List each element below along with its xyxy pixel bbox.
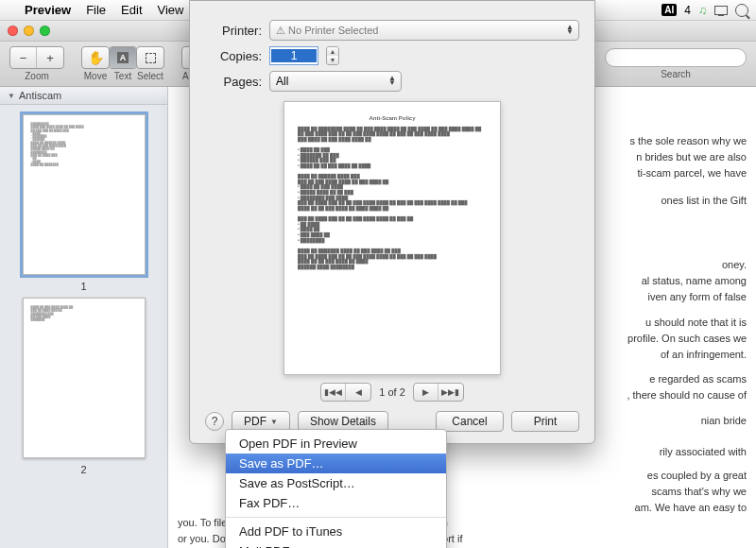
zoom-window-button[interactable] bbox=[40, 26, 50, 36]
next-page-button[interactable]: ▶ bbox=[414, 384, 438, 401]
copies-stepper[interactable]: ▲▼ bbox=[326, 46, 339, 65]
menu-separator bbox=[226, 517, 446, 518]
pdf-menu-item[interactable]: Open PDF in Preview bbox=[226, 434, 446, 454]
select-label: Select bbox=[137, 71, 163, 81]
first-page-button[interactable]: ▮◀◀ bbox=[321, 384, 346, 401]
menu-file[interactable]: File bbox=[78, 3, 113, 17]
zoom-in-button[interactable]: + bbox=[37, 47, 63, 68]
page-indicator: 1 of 2 bbox=[379, 386, 405, 398]
page-number-2: 2 bbox=[80, 464, 86, 475]
text-label: Text bbox=[114, 71, 131, 81]
preview-nav-next[interactable]: ▶ ▶▶▮ bbox=[413, 383, 464, 402]
zoom-out-button[interactable]: − bbox=[10, 47, 37, 68]
search-label: Search bbox=[661, 69, 691, 79]
pages-select[interactable]: All ▲▼ bbox=[269, 71, 402, 92]
pdf-menu-item[interactable]: Save as PDF… bbox=[226, 454, 446, 473]
copies-input[interactable]: 1 bbox=[269, 46, 318, 65]
stepper-down-icon[interactable]: ▼ bbox=[327, 56, 338, 64]
copies-label: Copies: bbox=[205, 49, 262, 63]
menu-view[interactable]: View bbox=[150, 3, 192, 17]
prev-page-button[interactable]: ◀ bbox=[346, 384, 370, 401]
last-page-button[interactable]: ▶▶▮ bbox=[438, 384, 463, 401]
cancel-button[interactable]: Cancel bbox=[436, 411, 504, 432]
menu-app[interactable]: Preview bbox=[17, 3, 78, 17]
thumbnail-sidebar: ▼ Antiscam █████████████ ███ ████ ████ █… bbox=[0, 87, 168, 548]
pdf-dropdown-menu: Open PDF in PreviewSave as PDF…Save as P… bbox=[225, 429, 447, 548]
print-dialog: Printer: ⚠︎ No Printer Selected ▲▼ Copie… bbox=[189, 0, 595, 444]
pdf-button-label: PDF bbox=[244, 415, 266, 428]
printer-label: Printer: bbox=[205, 24, 262, 38]
close-window-button[interactable] bbox=[8, 26, 18, 36]
select-arrows-icon: ▲▼ bbox=[566, 26, 573, 35]
select-tool-button[interactable] bbox=[137, 47, 163, 68]
tray-number: 4 bbox=[684, 4, 691, 17]
sidebar-header: ▼ Antiscam bbox=[0, 87, 167, 105]
pdf-menu-item[interactable]: Add PDF to iTunes bbox=[226, 522, 446, 541]
pages-label: Pages: bbox=[205, 75, 262, 89]
sidebar-title: Antiscam bbox=[19, 90, 61, 101]
preview-title: Anti-Scam Policy bbox=[298, 115, 487, 123]
zoom-label: Zoom bbox=[25, 71, 49, 81]
disclosure-triangle-icon[interactable]: ▼ bbox=[8, 92, 15, 100]
print-button[interactable]: Print bbox=[511, 411, 579, 432]
dropdown-arrow-icon: ▼ bbox=[270, 418, 278, 426]
pages-value: All bbox=[276, 75, 288, 88]
menu-edit[interactable]: Edit bbox=[113, 3, 149, 17]
preview-nav-prev[interactable]: ▮◀◀ ◀ bbox=[320, 383, 371, 402]
page-number-1: 1 bbox=[80, 281, 86, 292]
printer-value: ⚠︎ No Printer Selected bbox=[276, 25, 378, 37]
pdf-menu-item[interactable]: Save as PostScript… bbox=[226, 473, 446, 493]
stepper-up-icon[interactable]: ▲ bbox=[327, 47, 338, 56]
menubar-tray: AI 4 ♫ bbox=[662, 4, 748, 17]
move-label: Move bbox=[84, 71, 107, 81]
spotlight-icon[interactable] bbox=[735, 4, 748, 17]
itunes-icon[interactable]: ♫ bbox=[698, 4, 707, 17]
pdf-menu-item[interactable]: Fax PDF… bbox=[226, 493, 446, 513]
printer-select[interactable]: ⚠︎ No Printer Selected ▲▼ bbox=[269, 20, 579, 41]
print-preview: Anti-Scam Policy ████ ██ ████████ ████ █… bbox=[284, 101, 501, 402]
display-icon[interactable] bbox=[714, 6, 728, 15]
zoom-control[interactable]: − + bbox=[9, 46, 64, 69]
search-input[interactable] bbox=[605, 48, 747, 67]
minimize-window-button[interactable] bbox=[24, 26, 34, 36]
text-tool-button[interactable]: A bbox=[110, 47, 136, 68]
preview-page: Anti-Scam Policy ████ ██ ████████ ████ █… bbox=[284, 101, 501, 375]
adobe-icon[interactable]: AI bbox=[662, 4, 677, 16]
help-button[interactable]: ? bbox=[205, 412, 224, 431]
page-thumbnail-1[interactable]: █████████████ ███ ████ ████ ██ ███ █████… bbox=[23, 114, 146, 275]
copies-value: 1 bbox=[271, 49, 317, 62]
select-arrows-icon: ▲▼ bbox=[388, 77, 395, 86]
pdf-menu-item[interactable]: Mail PDF bbox=[226, 541, 446, 548]
move-tool-button[interactable]: ✋ bbox=[82, 47, 109, 68]
page-thumbnail-2[interactable]: ████ ██ ███ ████ ████ █████ ██ ████ ███ … bbox=[23, 298, 146, 458]
